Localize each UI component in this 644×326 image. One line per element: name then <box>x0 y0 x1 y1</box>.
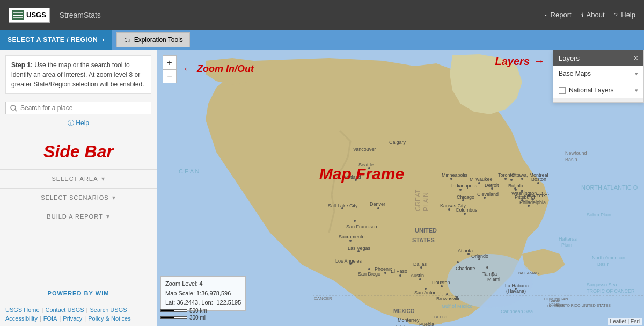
search-icon <box>10 105 17 112</box>
map-frame-label: Map Frame <box>319 165 404 183</box>
svg-point-40 <box>441 285 443 287</box>
search-input[interactable] <box>20 104 147 112</box>
chevron-down-icon-basemaps: ▾ <box>635 70 638 77</box>
svg-text:Columbus: Columbus <box>456 207 478 213</box>
svg-text:Caribbean Sea: Caribbean Sea <box>501 309 533 314</box>
svg-point-56 <box>464 213 466 215</box>
accessibility-link[interactable]: Accessibility <box>5 315 38 322</box>
chevron-down-icon-2: ▾ <box>112 194 116 201</box>
help-icon: ? <box>614 12 618 18</box>
national-layers-checkbox[interactable] <box>559 87 566 94</box>
svg-text:Phoenix: Phoenix <box>375 266 392 272</box>
scale-bar: 500 km 300 mi <box>160 308 207 322</box>
chevron-down-icon-3: ▾ <box>106 213 110 220</box>
svg-point-36 <box>419 278 421 280</box>
select-state-button[interactable]: SELECT A STATE / REGION › <box>0 30 112 50</box>
powered-by: POWERED BY WIM <box>0 285 157 302</box>
zoom-in-button[interactable]: + <box>163 55 177 69</box>
select-scenarios-section[interactable]: SELECT SCENARIOS ▾ <box>0 188 157 207</box>
toolbar: SELECT A STATE / REGION › 🗂 Exploration … <box>0 30 644 50</box>
svg-text:MEXICO: MEXICO <box>393 308 415 314</box>
exploration-tools-button[interactable]: 🗂 Exploration Tools <box>116 32 190 47</box>
svg-text:Plain: Plain <box>561 242 572 248</box>
layers-item-basemaps[interactable]: Base Maps ▾ <box>553 66 643 82</box>
svg-text:Puebla: Puebla <box>419 322 434 326</box>
usgs-home-link[interactable]: USGS Home <box>5 307 40 313</box>
layers-scrollbar[interactable] <box>553 99 643 102</box>
svg-text:Dallas: Dallas <box>413 262 427 267</box>
main-layout: Step 1: Use the map or the search tool t… <box>0 50 644 326</box>
svg-text:Houston: Houston <box>432 280 450 285</box>
search-usgs-link[interactable]: Search USGS <box>90 307 127 313</box>
policy-link[interactable]: Policy & Notices <box>88 315 130 322</box>
info-box: Zoom Level: 4 Map Scale: 1:36,978,596 La… <box>160 276 246 311</box>
svg-point-18 <box>354 220 356 222</box>
svg-text:C E A N: C E A N <box>179 168 200 175</box>
svg-point-68 <box>504 178 507 180</box>
svg-text:Atlanta: Atlanta <box>458 248 473 253</box>
svg-text:Domingo: Domingo <box>547 303 565 308</box>
zoom-level-text: Zoom Level: 4 <box>165 279 241 289</box>
chevron-down-icon-national: ▾ <box>635 87 638 94</box>
svg-text:La Habana: La Habana <box>505 283 529 288</box>
svg-text:BELIZE: BELIZE <box>434 315 449 320</box>
svg-text:Charlotte: Charlotte <box>456 266 475 271</box>
svg-text:Gulf of Mexico: Gulf of Mexico <box>442 303 473 309</box>
svg-text:Los Angeles: Los Angeles <box>335 258 362 264</box>
footer-links: USGS Home | Contact USGS | Search USGS A… <box>0 302 157 326</box>
select-area-section[interactable]: SELECT AREA ▾ <box>0 169 157 188</box>
svg-point-64 <box>478 182 480 184</box>
svg-point-70 <box>521 178 523 180</box>
svg-text:Newfound: Newfound <box>565 150 587 156</box>
map-attribution: Leaflet | Esri <box>608 318 642 325</box>
scale-km-label: 500 km <box>189 308 207 314</box>
svg-text:NORTH ATLANTIC O: NORTH ATLANTIC O <box>581 184 638 191</box>
svg-text:Milwaukee: Milwaukee <box>470 177 493 182</box>
foia-link[interactable]: FOIA <box>43 315 57 322</box>
svg-text:Indianapolis: Indianapolis <box>451 183 478 189</box>
svg-point-54 <box>448 208 450 211</box>
sidebar: Step 1: Use the map or the search tool t… <box>0 50 157 326</box>
search-box[interactable] <box>5 102 151 114</box>
svg-text:Basin: Basin <box>565 157 577 162</box>
layers-header: Layers × <box>553 50 643 66</box>
svg-text:Vancouver: Vancouver <box>353 147 376 152</box>
map-area[interactable]: NORTH ATLANTIC O C E A N UNITED STATES S… <box>157 50 644 326</box>
build-report-section[interactable]: BUILD A REPORT ▾ <box>0 207 157 226</box>
svg-text:Cleveland: Cleveland <box>477 192 499 197</box>
zoom-out-button[interactable]: − <box>163 69 177 83</box>
svg-text:Philadelphia: Philadelphia <box>519 200 546 205</box>
privacy-link[interactable]: Privacy <box>63 315 82 322</box>
svg-text:Sohm Plain: Sohm Plain <box>587 212 611 218</box>
layers-annotation: Layers <box>495 54 545 68</box>
svg-point-52 <box>492 272 494 274</box>
about-link[interactable]: ℹ About <box>581 11 605 19</box>
report-icon: ▪ <box>545 12 547 18</box>
svg-text:Santo: Santo <box>549 299 560 303</box>
help-link[interactable]: ? Help <box>614 11 636 19</box>
header: USGS StreamStats ▪ Report ℹ About ? Help <box>0 0 644 30</box>
layers-title: Layers <box>559 54 580 62</box>
layers-item-national[interactable]: National Layers ▾ <box>553 82 643 99</box>
svg-point-42 <box>446 293 448 295</box>
report-link[interactable]: ▪ Report <box>545 11 572 19</box>
svg-point-85 <box>514 187 516 190</box>
svg-point-66 <box>459 189 462 191</box>
svg-text:Boston: Boston <box>531 177 546 182</box>
usgs-logo-icon <box>12 10 24 20</box>
sidebar-big-label: Side Bar <box>0 142 157 162</box>
chevron-right-icon: › <box>102 36 105 44</box>
svg-text:Orlando: Orlando <box>471 253 488 259</box>
usgs-logo: USGS <box>9 8 50 23</box>
svg-text:GREAT: GREAT <box>414 189 422 211</box>
contact-usgs-link[interactable]: Contact USGS <box>45 307 84 313</box>
svg-text:(Havana): (Havana) <box>506 288 526 294</box>
layers-close-button[interactable]: × <box>634 54 638 62</box>
help-anchor[interactable]: ⓘ Help <box>68 119 89 127</box>
svg-text:Las Vegas: Las Vegas <box>348 245 371 251</box>
svg-text:UNITED: UNITED <box>415 227 437 234</box>
svg-text:San Diego: San Diego <box>358 271 380 277</box>
svg-text:Tampa: Tampa <box>482 271 497 277</box>
svg-point-46 <box>457 261 459 263</box>
scale-mi-line: 300 mi <box>160 315 207 321</box>
